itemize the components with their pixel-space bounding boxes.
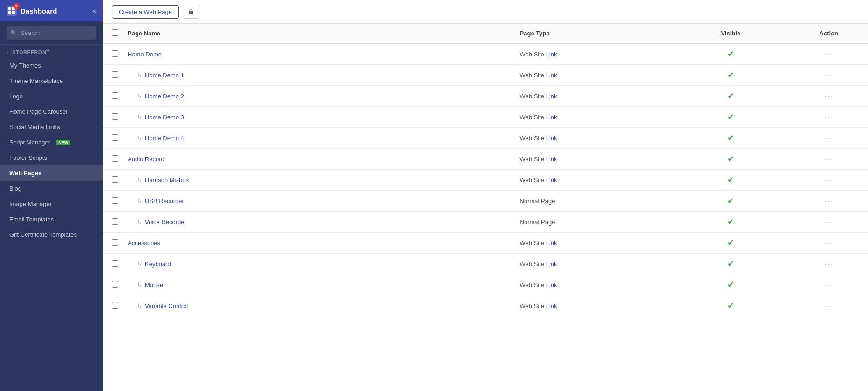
row-checkbox-9[interactable]	[112, 239, 118, 246]
row-checkbox-6[interactable]	[112, 176, 118, 183]
select-all-checkbox[interactable]	[112, 29, 118, 36]
action-menu-button-1[interactable]: ···	[794, 71, 863, 79]
action-menu-button-8[interactable]: ···	[794, 218, 863, 226]
row-checkbox-cell-3	[103, 107, 123, 128]
action-menu-button-0[interactable]: ···	[794, 50, 863, 58]
row-action-cell-5: ···	[790, 149, 868, 170]
page-name-link-6[interactable]: Harrison Mixbus	[145, 177, 189, 184]
page-name-link-3[interactable]: Home Demo 3	[145, 114, 184, 121]
sidebar-badge-script-manager: NEW	[56, 140, 70, 145]
toolbar: Create a Web Page 🗑	[103, 0, 868, 24]
page-name-link-10[interactable]: Keyboard	[145, 261, 171, 268]
page-type-text-12: Web Site	[520, 302, 546, 309]
row-name-cell-12: ↳Variable Control	[123, 295, 515, 316]
sidebar-item-image-manager[interactable]: Image Manager	[0, 196, 103, 212]
row-action-cell-2: ···	[790, 86, 868, 107]
page-name-link-7[interactable]: USB Recorder	[145, 198, 184, 205]
page-name-link-1[interactable]: Home Demo 1	[145, 72, 184, 79]
page-type-link-11: Link	[546, 281, 557, 288]
row-checkbox-3[interactable]	[112, 113, 118, 120]
row-visible-cell-9: ✔	[672, 233, 789, 254]
row-checkbox-1[interactable]	[112, 71, 118, 78]
page-name-link-9[interactable]: Accessories	[128, 240, 160, 247]
action-menu-button-5[interactable]: ···	[794, 155, 863, 163]
sidebar-item-gift-certificate-templates[interactable]: Gift Certificate Templates	[0, 227, 103, 242]
action-menu-button-12[interactable]: ···	[794, 302, 863, 309]
sidebar-collapse-button[interactable]: «	[92, 7, 96, 14]
sidebar-item-web-pages[interactable]: Web Pages	[0, 165, 103, 181]
row-type-cell-5: Web Site Link	[515, 149, 672, 170]
action-menu-button-4[interactable]: ···	[794, 134, 863, 142]
action-menu-button-9[interactable]: ···	[794, 239, 863, 247]
row-visible-cell-0: ✔	[672, 43, 789, 65]
sidebar-item-label-gift-certificate-templates: Gift Certificate Templates	[9, 231, 77, 238]
table-row: ↳Home Demo 1Web Site Link✔···	[103, 65, 868, 86]
sidebar-item-home-page-carousel[interactable]: Home Page Carousel	[0, 104, 103, 119]
sidebar-item-label-email-templates: Email Templates	[9, 216, 54, 223]
indent-arrow-icon: ↳	[137, 302, 142, 309]
brand: 2 Dashboard	[7, 6, 57, 16]
dashboard-label: Dashboard	[21, 7, 57, 15]
visible-check-icon: ✔	[677, 217, 785, 227]
page-type-link-5: Link	[546, 156, 557, 163]
page-name-link-4[interactable]: Home Demo 4	[145, 135, 184, 142]
row-action-cell-7: ···	[790, 191, 868, 212]
sidebar-item-script-manager[interactable]: Script ManagerNEW	[0, 135, 103, 150]
visible-check-icon: ✔	[677, 196, 785, 206]
create-web-page-button[interactable]: Create a Web Page	[112, 5, 179, 19]
sidebar-item-email-templates[interactable]: Email Templates	[0, 212, 103, 227]
action-menu-button-2[interactable]: ···	[794, 92, 863, 100]
row-checkbox-cell-10	[103, 254, 123, 274]
row-checkbox-2[interactable]	[112, 92, 118, 99]
row-checkbox-5[interactable]	[112, 155, 118, 162]
action-menu-button-7[interactable]: ···	[794, 197, 863, 205]
row-visible-cell-1: ✔	[672, 65, 789, 86]
page-name-link-5[interactable]: Audio Record	[128, 156, 164, 163]
row-visible-cell-6: ✔	[672, 170, 789, 191]
header-checkbox-cell	[103, 24, 123, 43]
page-name-link-8[interactable]: Voice Recorder	[145, 219, 186, 226]
row-checkbox-8[interactable]	[112, 218, 118, 225]
row-checkbox-12[interactable]	[112, 302, 118, 309]
table-row: ↳Home Demo 3Web Site Link✔···	[103, 107, 868, 128]
indent-arrow-icon: ↳	[137, 72, 142, 79]
page-type-text-4: Web Site	[520, 135, 546, 142]
table-row: ↳USB RecorderNormal Page✔···	[103, 191, 868, 212]
visible-check-icon: ✔	[677, 280, 785, 290]
page-name-link-0[interactable]: Home Demo	[128, 51, 162, 58]
sidebar-item-footer-scripts[interactable]: Footer Scripts	[0, 150, 103, 165]
indent-arrow-icon: ↳	[137, 281, 142, 288]
page-type-text-0: Web Site	[520, 51, 546, 58]
row-visible-cell-3: ✔	[672, 107, 789, 128]
delete-button[interactable]: 🗑	[183, 5, 199, 19]
row-checkbox-10[interactable]	[112, 260, 118, 267]
row-checkbox-cell-4	[103, 128, 123, 149]
svg-rect-0	[8, 7, 11, 10]
page-name-link-11[interactable]: Mouse	[145, 281, 163, 288]
sidebar-item-social-media-links[interactable]: Social Media Links	[0, 119, 103, 135]
row-action-cell-1: ···	[790, 65, 868, 86]
row-type-cell-0: Web Site Link	[515, 43, 672, 65]
sidebar-item-blog[interactable]: Blog	[0, 181, 103, 196]
table-row: ↳Harrison MixbusWeb Site Link✔···	[103, 170, 868, 191]
search-icon: 🔍	[10, 30, 17, 36]
sidebar-item-theme-marketplace[interactable]: Theme Marketplace	[0, 73, 103, 89]
sidebar-item-my-themes[interactable]: My Themes	[0, 58, 103, 73]
row-visible-cell-4: ✔	[672, 128, 789, 149]
row-checkbox-cell-9	[103, 233, 123, 254]
page-name-link-12[interactable]: Variable Control	[145, 302, 188, 309]
sidebar-item-logo[interactable]: Logo	[0, 89, 103, 104]
action-menu-button-3[interactable]: ···	[794, 113, 863, 121]
row-checkbox-7[interactable]	[112, 197, 118, 204]
row-checkbox-4[interactable]	[112, 134, 118, 141]
sidebar-item-label-theme-marketplace: Theme Marketplace	[9, 77, 63, 84]
row-visible-cell-8: ✔	[672, 212, 789, 233]
action-menu-button-11[interactable]: ···	[794, 281, 863, 288]
storefront-section-header[interactable]: ‹ Storefront	[0, 45, 103, 58]
row-checkbox-11[interactable]	[112, 281, 118, 288]
action-menu-button-6[interactable]: ···	[794, 176, 863, 184]
page-name-link-2[interactable]: Home Demo 2	[145, 93, 184, 100]
action-menu-button-10[interactable]: ···	[794, 260, 863, 268]
search-input[interactable]	[7, 26, 96, 40]
row-checkbox-0[interactable]	[112, 50, 118, 57]
